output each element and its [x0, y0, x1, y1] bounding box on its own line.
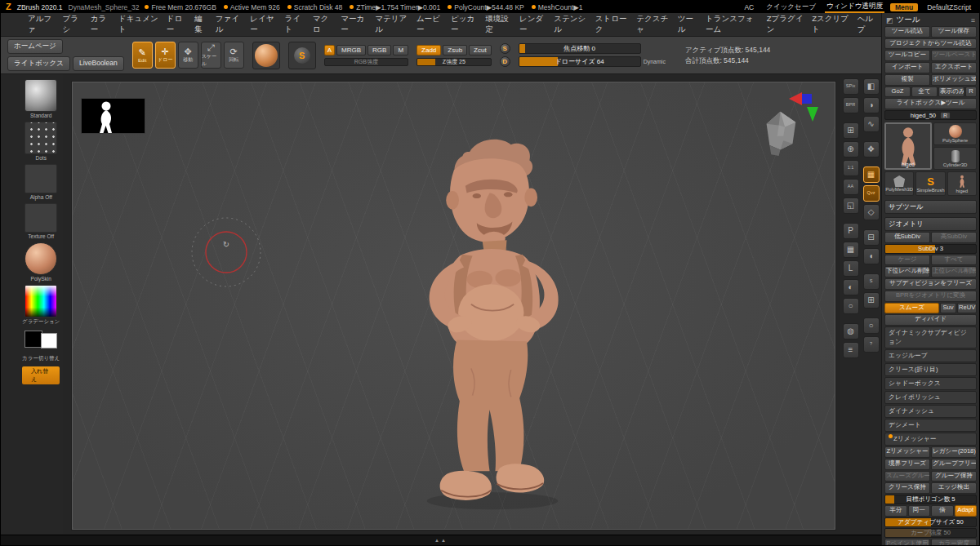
grid-icon[interactable]: ⊟	[863, 229, 880, 246]
z-intensity-slider[interactable]: Z強度 25	[416, 58, 492, 66]
frame-icon[interactable]: ◱	[843, 198, 859, 214]
panel-button[interactable]: ライトボックス▶ツール	[884, 98, 977, 109]
scale-mode-button[interactable]: ⤢スケール	[201, 42, 221, 69]
menubar-item[interactable]: ヘルプ	[853, 13, 881, 36]
panel-button[interactable]: 下位レベル削除	[884, 266, 930, 277]
panel-button[interactable]: Pペイント使用	[884, 539, 930, 545]
panel-button[interactable]: スムーズグループ	[884, 471, 930, 482]
mrgb-button[interactable]: MRGB	[336, 45, 366, 55]
swap-color-button[interactable]: 入れ替え	[22, 366, 60, 384]
edit-mode-button[interactable]: ✎Edit	[132, 42, 153, 69]
tray-item-texture[interactable]: Texture Off	[24, 203, 57, 239]
panel-button[interactable]: プロジェクトからツール読込	[884, 38, 977, 50]
focal-shift-slider[interactable]: 焦点移動 0	[519, 43, 641, 54]
s-badge-icon[interactable]: S	[500, 43, 510, 54]
tray-item-material[interactable]: PolySkin	[24, 242, 57, 282]
slider-extra-button[interactable]: R	[940, 112, 951, 119]
persp-icon[interactable]: P	[843, 223, 859, 239]
panel-button[interactable]: ReUV	[957, 303, 977, 314]
menubar-item[interactable]: トランスフォーム	[702, 13, 763, 36]
panel-button[interactable]: R	[965, 87, 977, 98]
panel-button[interactable]: 同一	[908, 505, 931, 517]
tray-item-brush[interactable]: Standard	[24, 79, 57, 118]
bpr-button[interactable]: BPR	[843, 97, 859, 113]
menubar-item[interactable]: レイヤー	[246, 13, 280, 36]
zsub-button[interactable]: Zsub	[443, 45, 467, 55]
sculpt-model[interactable]	[385, 133, 599, 518]
dock-handle[interactable]: ▲▲	[434, 538, 448, 543]
zadd-button[interactable]: Zadd	[416, 45, 441, 55]
see-through-icon[interactable]: ◧	[863, 78, 880, 95]
section-subheader[interactable]: クリース(折り目)	[884, 363, 977, 376]
tool-thumb-polymesh3d[interactable]: PolyMesh3D	[884, 171, 914, 196]
menubar-item[interactable]: 環境設定	[481, 13, 515, 36]
tool-thumb-higed[interactable]: higed	[947, 171, 977, 196]
panel-button[interactable]: BPRをジオメトリに変換	[884, 291, 977, 302]
floor-icon[interactable]: ▦	[843, 242, 859, 258]
qvz-button[interactable]: Qvz	[863, 185, 880, 202]
tool-palette-header[interactable]: ◩ ツール ≡	[884, 15, 977, 25]
section-subheader[interactable]: ダイナミックサブディビジョン	[884, 326, 977, 348]
menubar-item[interactable]: レンダー	[515, 13, 550, 36]
tray-item-stroke[interactable]: Dots	[24, 122, 57, 161]
lightbox-button[interactable]: ライトボックス	[7, 56, 70, 71]
panel-slider[interactable]: カーブ強度 50	[884, 528, 977, 538]
polyframe-button[interactable]: ⊞	[863, 292, 880, 309]
current-brush-button[interactable]	[252, 42, 280, 69]
panel-button[interactable]: グループ保持	[931, 471, 977, 482]
gyro-icon[interactable]: ✥	[863, 141, 880, 158]
panel-button[interactable]: 低SubDiv	[884, 232, 930, 243]
stroke-icon[interactable]: ∿	[863, 116, 880, 132]
shaded-icon[interactable]: ◑	[863, 97, 880, 113]
menu-button[interactable]: Menu	[890, 3, 918, 11]
zcut-button[interactable]: Zcut	[469, 45, 492, 55]
panel-button[interactable]: グループフリーズ	[931, 459, 977, 470]
tray-item-gradient[interactable]: グラデーション	[22, 285, 60, 326]
panel-button[interactable]: ツール保存	[931, 26, 977, 38]
panel-button[interactable]: エクスポート	[931, 62, 977, 73]
menubar-item[interactable]: Zプラグイン	[763, 13, 808, 36]
palette-menu-icon[interactable]: ≡	[971, 16, 975, 24]
panel-button[interactable]: Zリメッシャー	[884, 446, 930, 458]
move-mode-button[interactable]: ✥移動	[178, 42, 198, 69]
panel-button[interactable]: すべて	[931, 255, 977, 266]
panel-button[interactable]: スムーズ	[884, 303, 939, 314]
menubar-item[interactable]: 編集	[190, 13, 212, 36]
actual-size-icon[interactable]: 1:1	[843, 160, 859, 176]
menubar-item[interactable]: マーカー	[336, 13, 371, 36]
zoom3d-icon[interactable]: ⊕	[843, 141, 859, 158]
dynamic-label[interactable]: Dynamic	[644, 59, 666, 64]
tool-thumb-simplebrush[interactable]: S SimpleBrush	[915, 171, 945, 196]
silhouette-icon[interactable]: ◖	[863, 248, 880, 264]
lsym-icon[interactable]: ◐	[843, 279, 859, 295]
menubar-item[interactable]: Zスクリプト	[808, 13, 853, 36]
panel-button[interactable]: ケージ	[884, 255, 930, 266]
panel-slider[interactable]: higed_50R	[884, 110, 977, 120]
tool-thumb-cylinder3d[interactable]: Cylinder3D	[933, 147, 977, 170]
panel-button[interactable]: 上位レベル削除	[931, 266, 977, 277]
default-zscript-button[interactable]: DefaultZScript	[924, 3, 974, 11]
ghost-icon[interactable]: ◍	[843, 323, 859, 340]
m-button[interactable]: M	[393, 45, 408, 55]
rgb-intensity-slider[interactable]: RGB強度	[324, 58, 408, 66]
spix-button[interactable]: SPix	[843, 78, 859, 95]
section-header[interactable]: ジオメトリ	[884, 217, 977, 231]
section-subheader[interactable]: エッジループ	[884, 349, 977, 362]
scroll-icon[interactable]: ⊞	[843, 122, 859, 139]
panel-button[interactable]: エッジ検出	[931, 482, 977, 494]
rotate-mode-button[interactable]: ⟳回転	[224, 42, 244, 69]
draw-size-slider[interactable]: ドローサイズ 64	[519, 56, 641, 67]
active-tool-thumbnail[interactable]: higed	[884, 122, 932, 170]
panel-button[interactable]: GoZ	[884, 87, 911, 98]
menubar-item[interactable]: ツール	[674, 13, 702, 36]
panel-slider[interactable]: 目標ポリゴン数 5	[884, 495, 977, 504]
panel-button[interactable]: インポート	[884, 62, 930, 73]
quick3d-icon[interactable]: ◇	[863, 204, 880, 220]
panel-button[interactable]: レガシー(2018)	[931, 446, 977, 458]
quicksave-button[interactable]: クイックセーブ	[763, 2, 819, 12]
menubar-item[interactable]: ステンシル	[550, 13, 591, 36]
panel-button[interactable]: Adapt	[955, 505, 978, 517]
menubar-item[interactable]: ムービー	[412, 13, 447, 36]
menubar-item[interactable]: ピッカー	[447, 13, 481, 36]
panel-slider[interactable]: SubDiv 3	[884, 244, 977, 254]
